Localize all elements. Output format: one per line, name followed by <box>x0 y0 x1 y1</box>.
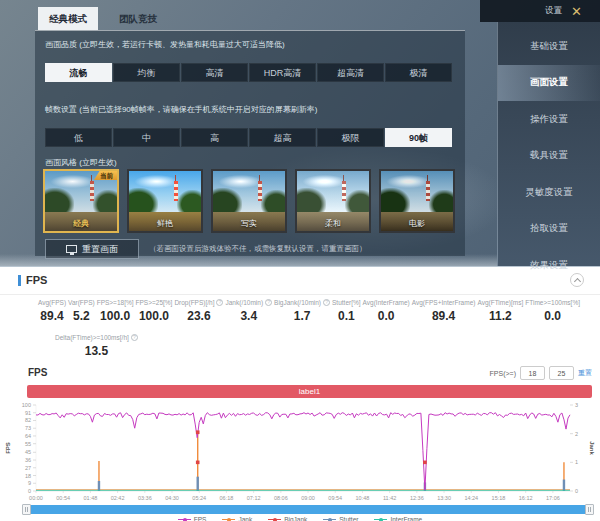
legend-marker <box>268 517 281 521</box>
legend-item-fps[interactable]: FPS <box>178 516 207 521</box>
scrollbar-handle-right[interactable] <box>585 504 594 515</box>
framerate-option-0[interactable]: 低 <box>45 128 112 147</box>
tab-0[interactable]: 经典模式 <box>38 7 98 30</box>
x-tick-label: 07:12 <box>247 495 261 501</box>
sidebar-item-5[interactable]: 拾取设置 <box>498 211 600 248</box>
y-tick-label: 82 <box>25 417 31 423</box>
sidebar-item-4[interactable]: 灵敏度设置 <box>498 174 600 211</box>
quality-option-4[interactable]: 超高清 <box>317 63 384 82</box>
y-tick-label: 45 <box>25 449 31 455</box>
info-icon[interactable] <box>265 299 272 306</box>
framerate-option-2[interactable]: 高 <box>181 128 248 147</box>
sidebar-item-6[interactable]: 效果设置 <box>498 247 600 284</box>
framerate-option-1[interactable]: 中 <box>113 128 180 147</box>
legend-label: BigJank <box>284 516 307 521</box>
stat-label: FPS>=18[%] <box>97 299 134 306</box>
cloud-shape <box>303 175 346 188</box>
sidebar-item-3[interactable]: 载具设置 <box>498 138 600 175</box>
stat-value: 1.7 <box>274 309 330 323</box>
fps-threshold-high-input[interactable] <box>549 366 574 380</box>
stat-label: Jank(/10min) <box>225 299 272 306</box>
stat-label: Var(FPS) <box>68 299 95 306</box>
stat-label-text: Avg(FPS+InterFrame) <box>412 299 476 306</box>
info-icon[interactable] <box>323 299 330 306</box>
style-thumb-4[interactable]: 电影 <box>379 169 455 233</box>
x-tick-label: 00:54 <box>56 495 70 501</box>
info-icon[interactable] <box>216 299 223 306</box>
framerate-option-3[interactable]: 超高 <box>249 128 316 147</box>
stat-fps-25-: FPS>=25[%]100.0 <box>136 299 173 323</box>
chart-scrollbar[interactable] <box>24 505 592 514</box>
info-icon[interactable] <box>131 334 138 341</box>
threshold-reset-link[interactable]: 重置 <box>578 368 592 378</box>
style-options: 当前经典鲜艳写实柔和电影 <box>43 169 455 233</box>
quality-option-1[interactable]: 均衡 <box>113 63 180 82</box>
style-thumb-2[interactable]: 写实 <box>211 169 287 233</box>
chart-label-band: label1 <box>27 385 592 398</box>
legend-marker <box>178 517 191 521</box>
stat-delta-ftime-100ms-h-: Delta(FTime)>=100ms[/h]13.5 <box>55 334 138 358</box>
y-tick-label: 64 <box>25 433 31 439</box>
legend-dot <box>328 518 332 521</box>
cloud-shape <box>51 175 94 188</box>
stat-drop-fps-h-: Drop(FPS)[/h]23.6 <box>174 299 223 323</box>
stat-value: 11.2 <box>477 309 523 323</box>
x-tick-label: 02:42 <box>111 495 125 501</box>
stat-label-text: Stutter[%] <box>332 299 361 306</box>
legend-item-stutter[interactable]: Stutter <box>323 516 358 521</box>
style-thumb-1[interactable]: 鲜艳 <box>127 169 203 233</box>
stat-value: 5.2 <box>68 309 95 323</box>
stat-value: 100.0 <box>97 309 134 323</box>
scrollbar-track[interactable] <box>24 505 592 514</box>
stat-value: 89.4 <box>412 309 476 323</box>
framerate-option-4[interactable]: 极限 <box>317 128 384 147</box>
fps-panel-title: FPS <box>26 274 47 286</box>
reset-screen-button[interactable]: 重置画面 <box>45 239 139 259</box>
legend-label: Jank <box>238 516 252 521</box>
sidebar-item-0[interactable]: 基础设置 <box>498 28 600 65</box>
x-tick-label: 15:18 <box>492 495 506 501</box>
y-tick-right-label: 0 <box>575 488 578 494</box>
legend-item-interframe[interactable]: InterFrame <box>374 516 422 521</box>
x-tick-label: 00:00 <box>29 495 43 501</box>
stat-label-text: Var(FPS) <box>68 299 95 306</box>
style-thumb-0[interactable]: 当前经典 <box>43 169 119 233</box>
stat-label-text: Delta(FTime)>=100ms[/h] <box>55 334 129 341</box>
framerate-heading: 帧数设置 (当前已选择90帧帧率，请确保在手机系统中开启对应的屏幕刷新率) <box>45 104 317 115</box>
x-tick-label: 01:48 <box>84 495 98 501</box>
sidebar-item-1[interactable]: 画面设置 <box>498 65 600 102</box>
reset-button-label: 重置画面 <box>82 243 118 256</box>
x-tick-label: 13:30 <box>437 495 451 501</box>
stat-avg-ftime-ms-: Avg(FTime)[ms]11.2 <box>477 299 523 323</box>
stat-avg-fps-interframe-: Avg(FPS+InterFrame)89.4 <box>412 299 476 323</box>
fps-chart: 10091827364554536271890321000:0000:5401:… <box>0 399 600 505</box>
divider <box>0 294 600 295</box>
y-tick-label: 9 <box>28 480 31 486</box>
y-tick-label: 55 <box>25 441 31 447</box>
x-tick-label: 04:30 <box>165 495 179 501</box>
scrollbar-handle-left[interactable] <box>22 504 31 515</box>
fps-panel-header: FPS <box>18 274 47 286</box>
legend-item-jank[interactable]: Jank <box>222 516 252 521</box>
close-icon[interactable]: ✕ <box>571 5 582 18</box>
quality-option-0[interactable]: 流畅 <box>45 63 112 82</box>
fps-threshold-low-input[interactable] <box>520 366 545 380</box>
quality-option-3[interactable]: HDR高清 <box>249 63 316 82</box>
x-tick-label: 05:24 <box>192 495 206 501</box>
tab-1[interactable]: 团队竞技 <box>108 7 168 30</box>
style-thumb-3[interactable]: 柔和 <box>295 169 371 233</box>
accent-bar <box>18 275 21 286</box>
legend-item-bigjank[interactable]: BigJank <box>268 516 307 521</box>
sidebar-item-2[interactable]: 操作设置 <box>498 101 600 138</box>
screen-icon <box>66 245 77 253</box>
bigjank-marker <box>196 430 200 434</box>
stat-label: Avg(FPS+InterFrame) <box>412 299 476 306</box>
quality-option-5[interactable]: 极清 <box>385 63 452 82</box>
settings-title-bar: 设置 ✕ <box>480 0 600 22</box>
framerate-option-5[interactable]: 90帧 <box>385 128 452 147</box>
stat-value: 23.6 <box>174 309 223 323</box>
stat-label-text: Avg(InterFrame) <box>363 299 410 306</box>
stat-value: 0.1 <box>332 309 361 323</box>
bigjank-marker <box>196 461 200 465</box>
quality-option-2[interactable]: 高清 <box>181 63 248 82</box>
